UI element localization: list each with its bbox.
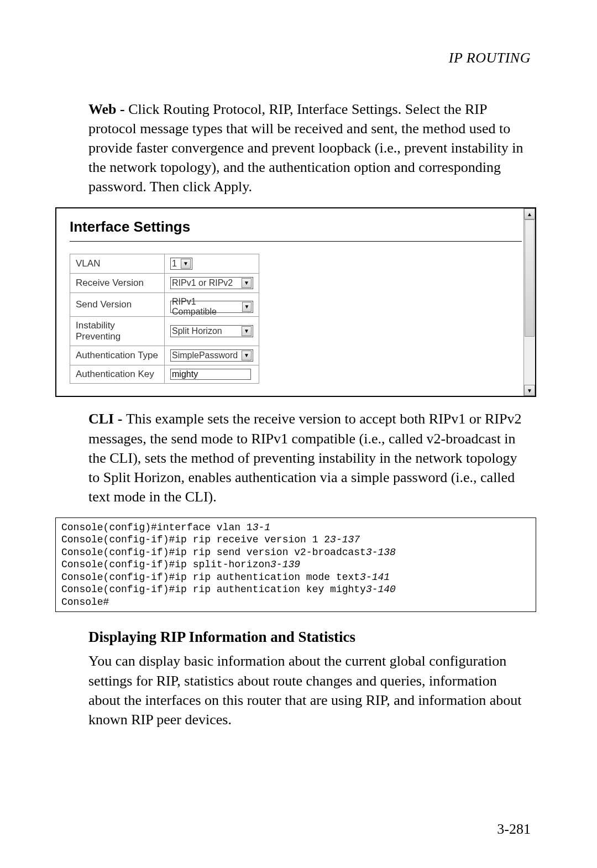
cli-reference: 3-140 xyxy=(366,584,396,595)
authentication-key-input[interactable] xyxy=(170,369,251,380)
label-instability-preventing: Instability Preventing xyxy=(70,317,165,346)
cli-reference: 3-141 xyxy=(360,572,390,583)
scroll-up-button[interactable]: ▲ xyxy=(524,208,535,219)
panel-divider xyxy=(70,241,522,242)
vlan-select[interactable]: 1 ▼ xyxy=(170,258,192,270)
cli-code-block: Console(config)#interface vlan 13-1Conso… xyxy=(55,517,536,613)
vlan-select-value: 1 xyxy=(172,259,177,269)
chevron-down-icon: ▼ xyxy=(242,278,252,288)
instability-preventing-select[interactable]: Split Horizon ▼ xyxy=(170,325,253,337)
cli-reference: 3-137 xyxy=(330,534,360,545)
cli-line: Console(config-if)#ip rip receive versio… xyxy=(61,534,530,546)
cli-line: Console# xyxy=(61,596,530,609)
authentication-type-select[interactable]: SimplePassword ▼ xyxy=(170,349,253,362)
label-vlan: VLAN xyxy=(70,254,165,274)
receive-version-select[interactable]: RIPv1 or RIPv2 ▼ xyxy=(170,277,253,289)
cli-text: This example sets the receive version to… xyxy=(88,411,521,504)
settings-table: VLAN 1 ▼ Receive Version RIPv1 or RIPv2 … xyxy=(70,254,259,384)
scroll-thumb[interactable] xyxy=(525,219,535,337)
chevron-down-icon: ▼ xyxy=(242,351,252,360)
chevron-down-icon: ▼ xyxy=(242,302,252,312)
label-authentication-type: Authentication Type xyxy=(70,346,165,365)
row-send-version: Send Version RIPv1 Compatible ▼ xyxy=(70,293,259,317)
cli-line: Console(config-if)#ip rip authentication… xyxy=(61,571,530,584)
row-authentication-type: Authentication Type SimplePassword ▼ xyxy=(70,346,259,365)
cli-reference: 3-139 xyxy=(270,559,300,570)
cli-reference: 3-1 xyxy=(253,522,270,533)
instability-preventing-value: Split Horizon xyxy=(172,326,222,336)
vertical-scrollbar[interactable]: ▲ ▼ xyxy=(523,208,535,396)
section-heading: Displaying RIP Information and Statistic… xyxy=(88,629,536,646)
web-paragraph: Web - Click Routing Protocol, RIP, Inter… xyxy=(88,100,525,196)
authentication-type-value: SimplePassword xyxy=(172,351,238,360)
cli-line: Console(config-if)#ip rip send version v… xyxy=(61,546,530,559)
label-send-version: Send Version xyxy=(70,293,165,317)
cli-reference: 3-138 xyxy=(366,547,396,558)
cli-label: CLI - xyxy=(88,411,126,427)
scroll-down-button[interactable]: ▼ xyxy=(524,385,535,396)
chevron-down-icon: ▼ xyxy=(181,259,191,269)
cli-line: Console(config)#interface vlan 13-1 xyxy=(61,521,530,534)
web-label: Web - xyxy=(88,101,128,117)
row-instability-preventing: Instability Preventing Split Horizon ▼ xyxy=(70,317,259,346)
cli-line: Console(config-if)#ip split-horizon3-139 xyxy=(61,558,530,571)
section-body: You can display basic information about … xyxy=(88,651,525,729)
row-receive-version: Receive Version RIPv1 or RIPv2 ▼ xyxy=(70,274,259,293)
cli-paragraph: CLI - This example sets the receive vers… xyxy=(88,409,525,506)
page-number: 3-281 xyxy=(497,821,531,838)
send-version-select[interactable]: RIPv1 Compatible ▼ xyxy=(170,301,253,313)
row-authentication-key: Authentication Key xyxy=(70,365,259,384)
row-vlan: VLAN 1 ▼ xyxy=(70,254,259,274)
panel-title: Interface Settings xyxy=(70,218,522,236)
send-version-value: RIPv1 Compatible xyxy=(172,297,240,317)
label-authentication-key: Authentication Key xyxy=(70,365,165,384)
running-header: IP ROUTING xyxy=(55,50,536,66)
label-receive-version: Receive Version xyxy=(70,274,165,293)
cli-line: Console(config-if)#ip rip authentication… xyxy=(61,583,530,596)
web-text: Click Routing Protocol, RIP, Interface S… xyxy=(88,101,523,195)
interface-settings-window: ▲ ▼ Interface Settings VLAN 1 ▼ Re xyxy=(55,207,536,397)
chevron-down-icon: ▼ xyxy=(242,326,252,336)
receive-version-value: RIPv1 or RIPv2 xyxy=(172,278,233,288)
